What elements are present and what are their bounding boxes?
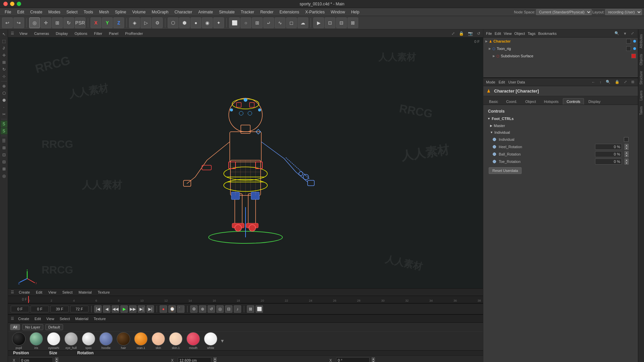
mat-menu-material[interactable]: Material <box>74 316 90 321</box>
mat-swatch-mouth[interactable]: mouth <box>185 332 201 350</box>
close-button[interactable] <box>3 2 8 6</box>
expand-icon[interactable]: ⤢ <box>451 31 455 36</box>
props-tool-edit[interactable]: Edit <box>499 80 505 84</box>
mat-menu-texture[interactable]: Texture <box>92 316 107 321</box>
props-tool-userdata[interactable]: User Data <box>508 80 525 84</box>
tl-menu-edit[interactable]: Edit <box>35 290 44 295</box>
menu-volume[interactable]: Volume <box>129 9 148 15</box>
mat-swatch-pupil[interactable]: pupil <box>11 332 27 350</box>
props-search-icon[interactable]: 🔍 <box>606 80 610 84</box>
tool3[interactable]: ⊡ <box>1 152 7 158</box>
mat-swatch-eyeswhi[interactable]: eyeswhi <box>46 332 62 350</box>
perspective-button[interactable]: ⬡ <box>168 17 178 28</box>
obj-expand-icon[interactable]: ⤢ <box>631 31 634 36</box>
live-selection-button[interactable]: ◎ <box>29 17 40 28</box>
rot-x-down[interactable]: ▼ <box>372 360 375 362</box>
select-tool[interactable]: ⬚ <box>1 38 7 45</box>
menu-animate[interactable]: Animate <box>196 9 216 15</box>
point-tool[interactable]: · <box>1 104 7 111</box>
texture-button[interactable]: ◉ <box>202 17 213 28</box>
tl-menu-create[interactable]: Create <box>17 290 31 295</box>
current-frame-input[interactable] <box>31 306 49 312</box>
menu-help[interactable]: Help <box>348 9 362 15</box>
autokey-button[interactable]: ⌚ <box>168 305 176 313</box>
transform-tool[interactable]: ⊹ <box>1 73 7 80</box>
minimize-button[interactable] <box>10 2 14 6</box>
obj-item-character[interactable]: ▶ ♟ Character <box>483 38 638 45</box>
sub-individual[interactable]: ▼ Individual <box>486 129 635 136</box>
cube-button[interactable]: ⬜ <box>229 17 240 28</box>
obj-tool-edit[interactable]: Edit <box>495 32 501 36</box>
scene-obj-button[interactable]: ☁ <box>298 17 308 28</box>
section-foot-ctrls[interactable]: ▼ Foot_CTRLs <box>486 115 635 122</box>
step-back-button[interactable]: ◀ <box>103 305 110 313</box>
sub-master[interactable]: ▶ Master <box>486 122 635 129</box>
light-button[interactable]: ✦ <box>213 17 224 28</box>
tl-hamburger[interactable]: ☰ <box>11 290 14 294</box>
menu-file[interactable]: File <box>2 9 14 15</box>
cursor-tool[interactable]: ↖ <box>1 31 7 38</box>
vp-menu-view[interactable]: View <box>18 31 29 36</box>
side-tab-structure[interactable]: Structure <box>639 68 644 87</box>
tab-controls[interactable]: Controls <box>563 98 584 105</box>
vp-menu-panel[interactable]: Panel <box>108 31 120 36</box>
heel-spin-down[interactable]: ▼ <box>625 147 629 150</box>
side-tab-layers[interactable]: Layers <box>639 88 644 103</box>
scale-tool[interactable]: ⊞ <box>1 59 7 66</box>
side-tab-attributes[interactable]: Attributes <box>639 32 644 51</box>
menu-mograph[interactable]: MoGraph <box>149 9 171 15</box>
pos-x-up[interactable]: ▲ <box>55 357 58 360</box>
lasso-tool[interactable]: ∂ <box>1 45 7 52</box>
ball-spin-up[interactable]: ▲ <box>625 151 629 154</box>
props-lock-icon[interactable]: 🔒 <box>615 80 620 84</box>
obj-tool-tags[interactable]: Tags <box>528 32 535 36</box>
obj-tool-file[interactable]: File <box>486 32 492 36</box>
layout-select[interactable]: recording (User) <box>605 9 642 15</box>
mat-menu-select[interactable]: Select <box>58 316 71 321</box>
layer-tab-all[interactable]: All <box>10 324 20 330</box>
range-transport[interactable]: ⊟ <box>225 305 232 313</box>
polygon-tool[interactable]: ⬡ <box>1 90 7 97</box>
mat-hamburger[interactable]: ☰ <box>11 316 14 321</box>
props-up-icon[interactable]: ↑ <box>600 80 602 84</box>
size-x-down[interactable]: ▼ <box>213 360 217 362</box>
render-button[interactable]: ▶ <box>313 17 324 28</box>
mat-swatch-hoodie[interactable]: hoodie <box>98 332 114 350</box>
side-tab-takes[interactable]: Takes <box>639 104 644 118</box>
knife-tool[interactable]: ✂ <box>1 111 7 118</box>
ball-keyframe-dot[interactable] <box>493 153 496 156</box>
heel-spin-up[interactable]: ▲ <box>625 144 629 147</box>
cam-icon[interactable]: 📷 <box>468 31 473 36</box>
obj-tool-object[interactable]: Object <box>514 32 525 36</box>
play-button[interactable]: ▷ <box>141 17 151 28</box>
mat-swatch-skin1[interactable]: skin.1 <box>168 332 184 350</box>
undo-button[interactable]: ↩ <box>2 17 13 28</box>
move-button[interactable]: ✛ <box>41 17 51 28</box>
menu-render[interactable]: Render <box>258 9 276 15</box>
props-back-icon[interactable]: ← <box>592 80 595 84</box>
menu-create[interactable]: Create <box>28 9 45 15</box>
s2-tool[interactable]: S <box>1 128 7 134</box>
menu-simulate[interactable]: Simulate <box>216 9 237 15</box>
settings-button[interactable]: ⚙ <box>152 17 163 28</box>
tool4[interactable]: ⊟ <box>1 159 7 165</box>
y-axis-button[interactable]: Y <box>102 17 113 28</box>
obj-item-toon-rig[interactable]: ▶ ⬡ Toon_rig <box>483 45 638 52</box>
viewport-hamburger[interactable]: ☰ <box>11 31 14 36</box>
tl-menu-select[interactable]: Select <box>61 290 74 295</box>
tool1[interactable]: ☰ <box>1 137 7 144</box>
obj-search-icon[interactable]: 🔍 <box>614 31 619 36</box>
heel-keyframe-dot[interactable] <box>493 145 496 148</box>
lock-icon[interactable]: 🔒 <box>459 31 464 36</box>
3d-scene[interactable]: RRCG 人人素材 人人素材 RRCG RRCG 人人素材 人人素材 RRCG … <box>8 38 483 288</box>
render-active-button[interactable]: ⊟ <box>336 17 347 28</box>
snap-tool[interactable]: ⊕ <box>1 83 7 89</box>
obj-vis-character[interactable] <box>626 39 631 44</box>
rotate-tool[interactable]: ↻ <box>1 66 7 73</box>
mat-menu-create[interactable]: Create <box>17 316 31 321</box>
layer-tab-default[interactable]: Default <box>45 324 63 330</box>
playhead[interactable] <box>28 296 29 303</box>
layer-tab-no-layer[interactable]: No Layer <box>22 324 43 330</box>
obj-tool-view[interactable]: View <box>504 32 512 36</box>
obj-filter-icon[interactable]: ▼ <box>623 32 627 36</box>
